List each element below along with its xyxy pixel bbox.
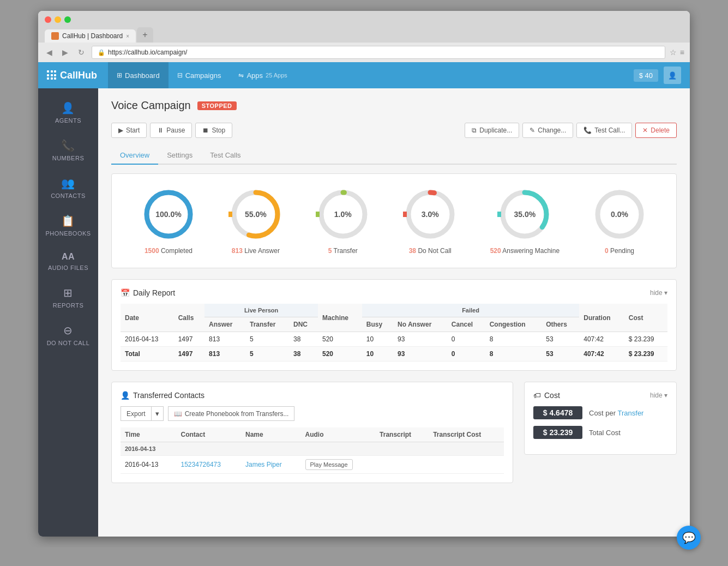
phonebook-button[interactable]: 📖 Create Phonebook from Transfers... xyxy=(168,406,295,421)
cost-hide-link[interactable]: hide ▾ xyxy=(650,392,667,399)
stop-button[interactable]: ⏹ Stop xyxy=(195,123,232,138)
user-avatar[interactable]: 👤 xyxy=(664,67,681,84)
new-tab-button[interactable]: + xyxy=(137,27,153,43)
sidebar-item-phonebooks[interactable]: 📋 PHONEBOOKS xyxy=(38,207,98,244)
sidebar-item-agents[interactable]: 👤 AGENTS xyxy=(38,94,98,131)
tab-title: CallHub | Dashboard xyxy=(62,32,123,40)
test-call-button[interactable]: 📞 Test Call... xyxy=(576,123,632,138)
col-transcript: Transcript xyxy=(375,427,429,442)
duplicate-button[interactable]: ⧉ Duplicate... xyxy=(465,123,519,138)
donut-cap-1 xyxy=(228,212,232,217)
numbers-icon: 📞 xyxy=(61,139,75,152)
col-no-answer: No Answer xyxy=(393,317,447,332)
browser-tab[interactable]: CallHub | Dashboard × xyxy=(45,29,136,43)
ssl-icon: 🔒 xyxy=(98,49,105,56)
stat-item-3: 3.0% 38 Do Not Call xyxy=(403,187,458,255)
transferred-table: Time Contact Name Audio Transcript Trans… xyxy=(121,427,504,474)
action-right: ⧉ Duplicate... ✎ Change... 📞 Test Call..… xyxy=(465,123,677,138)
nav-apps[interactable]: ⇋ Apps 25 Apps xyxy=(230,62,296,88)
col-answer: Answer xyxy=(204,317,245,332)
url-text: https://callhub.io/campaign/ xyxy=(108,49,187,56)
menu-icon[interactable]: ≡ xyxy=(680,48,684,57)
pause-icon: ⏸ xyxy=(157,127,164,134)
nav-campaigns[interactable]: ⊟ Campaigns xyxy=(169,62,230,88)
cost-per-transfer-label: Cost per Transfer xyxy=(589,409,643,417)
cost-tag-icon: 🏷 xyxy=(533,391,541,400)
content-area: Voice Campaign STOPPED ▶ Start ⏸ Pause xyxy=(98,88,690,537)
donut-4: 35.0% xyxy=(497,187,552,242)
start-button[interactable]: ▶ Start xyxy=(111,123,147,138)
stat-item-0: 100.0% 1500 Completed xyxy=(141,187,196,255)
table-row: 2016-04-13 1497 813 5 38 520 10 93 0 8 5 xyxy=(121,332,667,347)
audio-icon: Aa xyxy=(62,252,75,262)
tab-favicon xyxy=(51,32,59,40)
delete-button[interactable]: ✕ Delete xyxy=(635,123,677,138)
table-total-row: Total 1497 813 5 38 520 10 93 0 8 53 xyxy=(121,347,667,362)
phonebook-icon: 📖 xyxy=(174,410,182,418)
tab-close-button[interactable]: × xyxy=(126,33,129,39)
stat-desc-0: 1500 Completed xyxy=(145,247,192,255)
col-duration: Duration xyxy=(579,304,624,332)
stat-item-1: 55.0% 813 Live Answer xyxy=(228,187,283,255)
export-dropdown-button[interactable]: ▾ xyxy=(152,406,164,421)
transferred-section: 👤 Transferred Contacts Export ▾ 📖 xyxy=(111,382,513,483)
reload-button[interactable]: ↻ xyxy=(75,47,87,58)
table-date-group: 2016-04-13 xyxy=(121,442,504,456)
forward-button[interactable]: ▶ xyxy=(59,47,71,58)
sidebar-item-contacts[interactable]: 👥 CONTACTS xyxy=(38,169,98,207)
sidebar-item-do-not-call[interactable]: ⊖ DO NOT CALL xyxy=(38,316,98,354)
tab-test-calls[interactable]: Test Calls xyxy=(201,147,249,165)
transferred-actions: Export ▾ 📖 Create Phonebook from Transfe… xyxy=(121,406,504,421)
export-group: Export ▾ xyxy=(121,406,164,421)
contacts-icon: 👥 xyxy=(61,177,75,190)
donut-cap-2 xyxy=(316,212,320,217)
tab-overview[interactable]: Overview xyxy=(111,147,158,165)
sidebar-item-audio-files[interactable]: Aa AUDIO FILES xyxy=(38,244,98,279)
bookmark-icon[interactable]: ☆ xyxy=(670,48,677,57)
col-audio: Audio xyxy=(301,427,376,442)
address-bar[interactable]: 🔒 https://callhub.io/campaign/ xyxy=(92,46,665,59)
donut-3: 3.0% xyxy=(403,187,458,242)
col-transcript-cost: Transcript Cost xyxy=(429,427,504,442)
delete-icon: ✕ xyxy=(642,127,648,134)
col-dnc: DNC xyxy=(289,317,318,332)
stat-item-5: 0.0% 0 Pending xyxy=(592,187,647,255)
play-icon: ▶ xyxy=(118,127,123,134)
action-left: ▶ Start ⏸ Pause ⏹ Stop xyxy=(111,123,232,138)
status-badge: STOPPED xyxy=(197,101,237,110)
sidebar-item-numbers[interactable]: 📞 NUMBERS xyxy=(38,131,98,169)
chat-bubble[interactable]: 💬 xyxy=(677,526,701,547)
bottom-grid: 👤 Transferred Contacts Export ▾ 📖 xyxy=(111,382,677,494)
maximize-dot[interactable] xyxy=(64,16,71,23)
minimize-dot[interactable] xyxy=(55,16,61,23)
tab-settings[interactable]: Settings xyxy=(158,147,201,165)
col-calls: Calls xyxy=(174,304,204,332)
col-cancel: Cancel xyxy=(447,317,485,332)
reports-icon: ⊞ xyxy=(63,286,73,299)
close-dot[interactable] xyxy=(45,16,51,23)
logo[interactable]: CallHub xyxy=(47,70,97,81)
back-button[interactable]: ◀ xyxy=(44,47,55,58)
section-header: 📅 Daily Report hide ▾ xyxy=(121,288,667,297)
main-layout: 👤 AGENTS 📞 NUMBERS 👥 CONTACTS 📋 PHONEBOO… xyxy=(38,88,690,537)
sidebar-item-reports[interactable]: ⊞ REPORTS xyxy=(38,279,98,316)
pause-button[interactable]: ⏸ Pause xyxy=(150,123,192,138)
cost-header: 🏷 Cost hide ▾ xyxy=(533,391,667,400)
col-congestion: Congestion xyxy=(485,317,542,332)
table-row: 2016-04-13 15234726473 James Piper Play … xyxy=(121,456,504,474)
play-message-button[interactable]: Play Message xyxy=(305,459,353,470)
page-title: Voice Campaign xyxy=(111,99,191,112)
stat-item-4: 35.0% 520 Answering Machine xyxy=(490,187,559,255)
stat-desc-5: 0 Pending xyxy=(605,247,634,255)
export-button[interactable]: Export xyxy=(121,406,152,421)
cost-title: 🏷 Cost xyxy=(533,391,560,400)
nav-dashboard[interactable]: ⊞ Dashboard xyxy=(108,62,169,88)
col-contact: Contact xyxy=(177,427,241,442)
col-others: Others xyxy=(542,317,579,332)
col-cost: Cost xyxy=(624,304,667,332)
change-button[interactable]: ✎ Change... xyxy=(522,123,573,138)
stop-icon: ⏹ xyxy=(202,127,209,134)
stat-desc-1: 813 Live Answer xyxy=(232,247,280,255)
hide-link[interactable]: hide ▾ xyxy=(650,289,667,297)
total-cost: $ 23.239 Total Cost xyxy=(533,426,667,439)
